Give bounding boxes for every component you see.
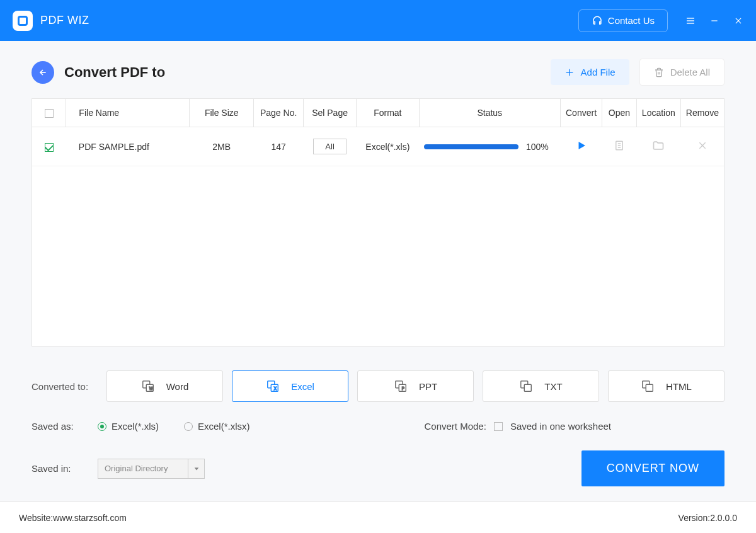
progress-bar [424, 144, 518, 149]
app-title: PDF WIZ [40, 14, 89, 27]
svg-rect-26 [525, 384, 532, 391]
th-filename: File Name [66, 99, 190, 127]
svg-text:P: P [402, 386, 404, 391]
format-txt-button[interactable]: TXT [483, 370, 599, 402]
svg-text:X: X [274, 386, 277, 391]
th-format: Format [357, 99, 419, 127]
saved-in-label: Saved in: [32, 463, 98, 474]
headset-icon [592, 15, 603, 26]
cell-pageno: 147 [254, 127, 304, 166]
add-file-label: Add File [581, 67, 616, 77]
th-selpage: Sel Page [303, 99, 356, 127]
plus-icon [564, 67, 575, 77]
svg-marker-29 [194, 467, 198, 470]
progress-pct: 100% [526, 142, 549, 152]
th-pageno: Page No. [254, 99, 304, 127]
back-button[interactable] [32, 61, 54, 84]
page-title: Convert PDF to [64, 64, 165, 81]
saved-as-row: Saved as: Excel(*.xls) Excel(*.xlsx) Con… [32, 421, 724, 432]
remove-button[interactable] [697, 142, 707, 152]
table-row: PDF SAMPLE.pdf 2MB 147 All Excel(*.xls) … [32, 127, 724, 166]
main-content: Convert PDF to Add File Delete All File … [0, 41, 756, 501]
titlebar: PDF WIZ Contact Us [0, 0, 756, 41]
svg-marker-9 [578, 142, 585, 149]
minimize-icon[interactable] [709, 16, 719, 26]
convert-button[interactable] [576, 143, 587, 153]
format-word-button[interactable]: W Word [106, 370, 223, 402]
select-all-checkbox[interactable] [45, 109, 54, 118]
contact-us-label: Contact Us [608, 15, 655, 26]
app-logo-icon [13, 11, 33, 31]
menu-icon[interactable] [685, 16, 696, 26]
cell-format: Excel(*.xls) [357, 127, 419, 166]
svg-rect-28 [646, 384, 653, 391]
chevron-down-icon [188, 459, 204, 478]
cell-filename: PDF SAMPLE.pdf [66, 127, 190, 166]
th-convert: Convert [561, 99, 602, 127]
arrow-left-icon [38, 67, 48, 77]
th-open: Open [602, 99, 637, 127]
row-checkbox[interactable] [45, 143, 54, 152]
version-label: Version: [679, 513, 711, 523]
word-icon: W [141, 379, 155, 393]
progress: 100% [424, 142, 555, 152]
radio-icon [184, 422, 193, 431]
th-status: Status [419, 99, 560, 127]
sel-page-button[interactable]: All [313, 139, 346, 154]
website-value: www.starzsoft.com [53, 513, 127, 523]
txt-icon [519, 379, 533, 393]
header-row: Convert PDF to Add File Delete All [32, 59, 724, 86]
format-row: Converted to: W Word X Excel P PPT TXT H… [32, 370, 724, 402]
format-ppt-button[interactable]: P PPT [357, 370, 474, 402]
version-value: 2.0.0.0 [710, 513, 737, 523]
saved-as-label: Saved as: [32, 421, 98, 432]
contact-us-button[interactable]: Contact Us [578, 9, 668, 32]
format-excel-button[interactable]: X Excel [232, 370, 348, 402]
delete-all-button[interactable]: Delete All [639, 59, 724, 86]
close-icon[interactable] [733, 16, 743, 26]
th-filesize: File Size [190, 99, 254, 127]
svg-text:W: W [149, 386, 154, 391]
website-label: Website: [19, 513, 53, 523]
saved-in-select[interactable]: Original Directory [98, 459, 205, 479]
radio-icon [98, 422, 106, 431]
convert-mode-label: Convert Mode: [425, 421, 486, 432]
footer: Website: www.starzsoft.com Version: 2.0.… [0, 501, 756, 533]
convert-now-button[interactable]: CONVERT NOW [581, 450, 724, 486]
saved-as-xls-radio[interactable]: Excel(*.xls) [98, 421, 159, 432]
th-location: Location [636, 99, 680, 127]
saved-in-row: Saved in: Original Directory CONVERT NOW [32, 450, 724, 486]
th-remove: Remove [680, 99, 724, 127]
delete-all-label: Delete All [670, 67, 710, 77]
format-html-button[interactable]: HTML [608, 370, 724, 402]
open-button[interactable] [614, 143, 625, 153]
convert-mode-option: Saved in one worksheet [510, 421, 611, 432]
convert-mode-group: Convert Mode: Saved in one worksheet [425, 421, 612, 432]
convert-mode-checkbox[interactable] [494, 422, 503, 431]
add-file-button[interactable]: Add File [551, 59, 629, 85]
file-table: File Name File Size Page No. Sel Page Fo… [32, 98, 724, 347]
cell-filesize: 2MB [190, 127, 254, 166]
html-icon [641, 379, 655, 393]
excel-icon: X [266, 379, 280, 393]
converted-to-label: Converted to: [32, 381, 98, 392]
ppt-icon: P [394, 379, 408, 393]
location-button[interactable] [652, 144, 665, 154]
trash-icon [654, 67, 664, 77]
saved-as-xlsx-radio[interactable]: Excel(*.xlsx) [184, 421, 250, 432]
